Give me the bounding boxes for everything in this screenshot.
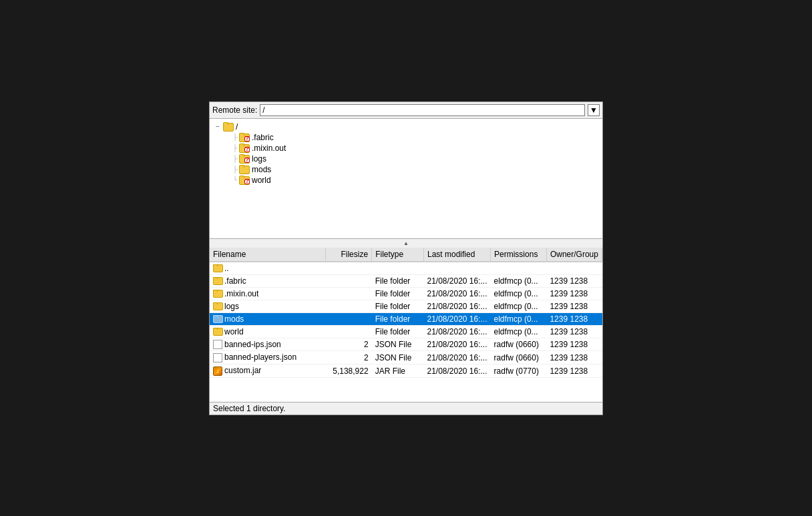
cell-filesize — [326, 262, 372, 275]
tree-item-mixin[interactable]: ├ ? .mixin.out — [212, 143, 600, 154]
filename-text: banned-players.json — [224, 352, 296, 362]
jar-icon: J — [213, 366, 222, 376]
status-text: Selected 1 directory. — [213, 404, 286, 413]
filename-text: logs — [224, 302, 239, 311]
file-table: Filename Filesize Filetype Last modified… — [210, 248, 602, 378]
folder-icon-world: ? — [239, 176, 250, 185]
cell-filesize — [326, 300, 372, 312]
table-row[interactable]: worldFile folder21/08/2020 16:...eldfmcp… — [210, 325, 602, 338]
connector-mods: ├ — [231, 166, 239, 173]
cell-filename: .. — [210, 262, 326, 275]
file-icon — [213, 353, 222, 362]
cell-filename: world — [210, 325, 326, 338]
cell-filetype: File folder — [372, 274, 424, 287]
table-header-row: Filename Filesize Filetype Last modified… — [210, 248, 602, 262]
cell-filesize — [326, 312, 372, 325]
divider-arrow[interactable]: ▲ — [210, 239, 602, 248]
cell-filename: .fabric — [210, 274, 326, 287]
filename-text: mods — [224, 314, 244, 324]
small-folder-icon — [213, 277, 222, 285]
cell-lastmod: 21/08/2020 16:... — [423, 287, 490, 300]
small-folder-icon — [213, 290, 222, 298]
cell-filename: banned-players.json — [210, 351, 326, 364]
file-list-pane: Filename Filesize Filetype Last modified… — [210, 248, 602, 402]
connector-mixin: ├ — [231, 144, 239, 152]
small-folder-icon — [213, 315, 222, 323]
remote-site-input[interactable] — [260, 104, 585, 116]
cell-perms: radfw (0660) — [491, 338, 547, 351]
question-badge-logs: ? — [244, 158, 250, 163]
tree-label-root: / — [236, 122, 238, 132]
cell-perms: eldfmcp (0... — [491, 287, 547, 300]
cell-owner: 1239 1238 — [546, 312, 602, 325]
cell-filename: .mixin.out — [210, 287, 326, 300]
filename-text: .. — [224, 264, 229, 273]
remote-site-label: Remote site: — [212, 105, 257, 115]
question-badge-fabric: ? — [244, 136, 250, 142]
question-badge-world: ? — [244, 179, 250, 184]
col-header-filetype[interactable]: Filetype — [372, 248, 424, 262]
table-row[interactable]: .. — [210, 262, 602, 275]
cell-owner — [546, 262, 602, 275]
folder-icon-mods — [239, 165, 250, 174]
cell-perms: eldfmcp (0... — [491, 312, 547, 325]
table-row[interactable]: logsFile folder21/08/2020 16:...eldfmcp … — [210, 300, 602, 312]
col-header-filesize[interactable]: Filesize — [326, 248, 372, 262]
table-row[interactable]: .mixin.outFile folder21/08/2020 16:...el… — [210, 287, 602, 300]
cell-filetype: File folder — [372, 300, 424, 312]
connector-world: └ — [231, 176, 239, 184]
cell-filetype: JSON File — [372, 351, 424, 364]
cell-perms: eldfmcp (0... — [491, 274, 547, 287]
col-header-perms[interactable]: Permissions — [491, 248, 547, 262]
cell-filesize — [326, 274, 372, 287]
tree-item-root[interactable]: − / — [212, 121, 600, 132]
table-row[interactable]: Jcustom.jar5,138,922JAR File21/08/2020 1… — [210, 364, 602, 378]
cell-filetype: JSON File — [372, 338, 424, 351]
cell-owner: 1239 1238 — [546, 325, 602, 338]
cell-filetype: File folder — [372, 287, 424, 300]
col-header-lastmod[interactable]: Last modified — [423, 248, 490, 262]
status-bar: Selected 1 directory. — [210, 402, 602, 415]
cell-filetype: File folder — [372, 325, 424, 338]
cell-lastmod: 21/08/2020 16:... — [423, 325, 490, 338]
small-folder-icon — [213, 302, 222, 310]
expand-root-icon[interactable]: − — [212, 123, 223, 130]
connector-fabric: ├ — [231, 134, 239, 141]
cell-filetype: File folder — [372, 312, 424, 325]
cell-lastmod: 21/08/2020 16:... — [423, 351, 490, 364]
cell-filename: banned-ips.json — [210, 338, 326, 351]
tree-item-mods[interactable]: ├ mods — [212, 164, 600, 175]
col-header-filename[interactable]: Filename — [210, 248, 326, 262]
cell-owner: 1239 1238 — [546, 364, 602, 378]
cell-perms: eldfmcp (0... — [491, 300, 547, 312]
table-row[interactable]: modsFile folder21/08/2020 16:...eldfmcp … — [210, 312, 602, 325]
filename-text: custom.jar — [224, 366, 261, 375]
cell-perms: eldfmcp (0... — [491, 325, 547, 338]
table-row[interactable]: banned-ips.json2JSON File21/08/2020 16:.… — [210, 338, 602, 351]
cell-filetype — [372, 262, 424, 275]
cell-filesize — [326, 287, 372, 300]
cell-owner: 1239 1238 — [546, 287, 602, 300]
table-row[interactable]: banned-players.json2JSON File21/08/2020 … — [210, 351, 602, 364]
tree-item-logs[interactable]: ├ ? logs — [212, 154, 600, 164]
cell-filename: mods — [210, 312, 326, 325]
arrow-up-icon: ▲ — [403, 240, 409, 246]
cell-perms — [491, 262, 547, 275]
cell-lastmod: 21/08/2020 16:... — [423, 274, 490, 287]
cell-perms: radfw (0660) — [491, 351, 547, 364]
tree-item-world[interactable]: └ ? world — [212, 175, 600, 186]
cell-filesize: 2 — [326, 338, 372, 351]
connector-logs: ├ — [231, 155, 239, 162]
remote-site-dropdown[interactable]: ▼ — [588, 104, 600, 116]
col-header-owner[interactable]: Owner/Group — [546, 248, 602, 262]
small-folder-icon — [213, 328, 222, 336]
folder-icon-fabric: ? — [239, 133, 250, 142]
tree-label-mixin: .mixin.out — [252, 144, 286, 153]
filename-text: world — [224, 327, 244, 336]
filename-text: .mixin.out — [224, 289, 258, 298]
cell-filename: logs — [210, 300, 326, 312]
tree-item-fabric[interactable]: ├ ? .fabric — [212, 132, 600, 143]
cell-lastmod: 21/08/2020 16:... — [423, 300, 490, 312]
table-row[interactable]: .fabricFile folder21/08/2020 16:...eldfm… — [210, 274, 602, 287]
tree-pane: − / ├ ? .fabric ├ ? .mixin.out ├ ? logs — [210, 119, 602, 239]
